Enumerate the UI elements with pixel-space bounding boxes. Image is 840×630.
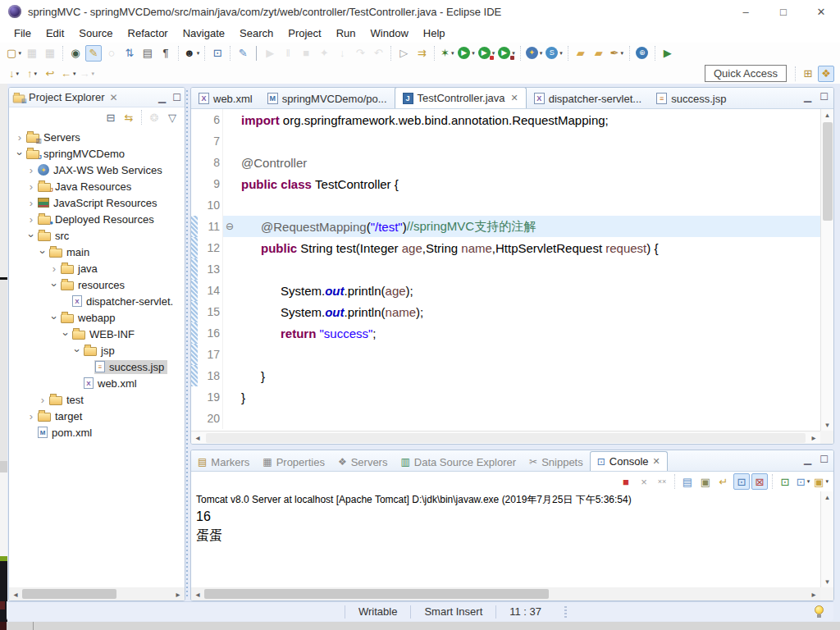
step-over-button[interactable]: ↷ — [352, 45, 368, 62]
word-wrap-button[interactable]: ↵ — [715, 473, 732, 490]
lightbulb-icon[interactable] — [815, 605, 824, 618]
new-button[interactable]: ▢▾ — [6, 45, 22, 62]
coverage-button[interactable]: ▶▾ — [477, 45, 496, 62]
code-line-15[interactable]: 15System.out.println(name); — [191, 301, 820, 322]
show-stdout-button[interactable]: ⊡ — [733, 473, 750, 490]
view-tab-data-source-explorer[interactable]: ▥Data Source Explorer — [394, 453, 523, 471]
customize-view-button[interactable]: ❂ — [146, 109, 162, 126]
editor-minimize-icon[interactable]: ▁ — [804, 91, 811, 103]
editor-vscrollbar[interactable]: ▴ ▾ — [820, 109, 833, 431]
menu-project[interactable]: Project — [281, 25, 328, 41]
expand-arrow-icon[interactable]: › — [25, 180, 37, 193]
explorer-editor-sash[interactable] — [186, 90, 188, 599]
console-maximize-icon[interactable]: ☐ — [819, 454, 829, 465]
code-line-12[interactable]: 12public String test(Integer age,String … — [191, 237, 820, 258]
tree-item-success-jsp[interactable]: ≡success.jsp — [9, 358, 185, 375]
link-with-editor-button[interactable]: ⇆ — [121, 109, 137, 126]
menu-navigate[interactable]: Navigate — [176, 25, 232, 41]
open-perspective-button[interactable]: ⊞ — [800, 66, 816, 82]
scroll-thumb[interactable] — [22, 589, 116, 599]
view-tab-properties[interactable]: ▦Properties — [256, 453, 331, 471]
expand-arrow-icon[interactable]: › — [25, 164, 37, 176]
view-tab-servers[interactable]: ❖Servers — [331, 453, 395, 471]
editor-tab-success-jsp[interactable]: ≡success.jsp — [649, 89, 733, 108]
menu-source[interactable]: Source — [71, 25, 120, 41]
collapse-arrow-icon[interactable]: › — [71, 345, 84, 356]
scroll-up-icon[interactable]: ▴ — [825, 109, 829, 121]
code-line-20[interactable]: 20 — [191, 408, 820, 429]
scroll-down-icon[interactable]: ▾ — [825, 419, 829, 431]
menu-refactor[interactable]: Refactor — [121, 25, 176, 41]
collapse-arrow-icon[interactable]: › — [14, 148, 26, 159]
tree-item-jax-ws-web-services[interactable]: ›✦JAX-WS Web Services — [9, 162, 185, 178]
expand-arrow-icon[interactable]: › — [25, 213, 37, 226]
tree-item-servers[interactable]: ›▥Servers — [9, 129, 185, 145]
maximize-button[interactable]: □ — [765, 0, 802, 23]
mark-occurrences-button[interactable]: ✎ — [85, 45, 102, 62]
collapse-arrow-icon[interactable]: › — [48, 279, 61, 290]
scroll-right-icon[interactable]: ▸ — [171, 590, 185, 599]
save-all-button[interactable]: ▦ — [42, 45, 58, 62]
fold-collapse-icon[interactable]: ⊖ — [222, 216, 236, 237]
editor-hscrollbar[interactable]: ◂ ▸ — [191, 431, 820, 444]
profile-button[interactable]: ▶▾ — [497, 45, 516, 62]
close-button[interactable]: ✕ — [802, 0, 840, 23]
run-last-tool-button[interactable]: ▷ — [395, 45, 412, 62]
tree-item-java-resources[interactable]: ›JJava Resources — [9, 178, 185, 194]
step-return-button[interactable]: ↶ — [370, 45, 386, 62]
editor-tab-springmvcdemo-po[interactable]: MspringMVCDemo/po... — [260, 89, 395, 108]
tree-item-pom-xml[interactable]: Mpom.xml — [9, 424, 185, 441]
new-web-wizard-button[interactable]: ✦▾ — [525, 45, 544, 62]
spring-wizard-button[interactable]: S▾ — [545, 45, 564, 62]
menu-file[interactable]: File — [7, 25, 39, 41]
step-into-button[interactable]: ↓ — [334, 45, 350, 62]
save-button[interactable]: ▦ — [24, 45, 40, 62]
collapse-arrow-icon[interactable]: › — [60, 328, 72, 340]
open-console-button[interactable]: ▣▾ — [813, 473, 829, 490]
pen-wizard-button[interactable]: ✒▾ — [609, 45, 625, 62]
expand-arrow-icon[interactable]: › — [14, 131, 25, 144]
tab-close-icon[interactable]: ✕ — [511, 93, 518, 103]
terminal-button[interactable]: ⊡ — [209, 45, 226, 62]
scroll-up-icon[interactable]: ▴ — [825, 491, 829, 503]
pin-console-button[interactable]: ⊡ — [777, 473, 793, 490]
web-service-explorer-button[interactable]: ▶ — [660, 45, 676, 62]
menu-window[interactable]: Window — [363, 25, 416, 41]
remove-launch-button[interactable]: × — [636, 473, 652, 490]
code-line-19[interactable]: 19} — [191, 386, 820, 408]
menu-edit[interactable]: Edit — [39, 25, 71, 41]
build-all-button[interactable]: ⇅ — [121, 45, 138, 62]
show-stderr-button[interactable]: ⊠ — [751, 473, 768, 490]
back-button[interactable]: ←▾ — [60, 66, 77, 82]
view-tab-snippets[interactable]: ✂Snippets — [523, 453, 590, 471]
project-explorer-hscrollbar[interactable]: ◂ ▸ — [9, 587, 185, 600]
export-button[interactable]: ▰ — [591, 45, 607, 62]
open-task-icon[interactable]: ◌ — [103, 45, 120, 62]
scroll-down-icon[interactable]: ▾ — [825, 576, 829, 587]
remove-all-launches-button[interactable]: ×× — [654, 473, 670, 490]
show-whitespace-button[interactable]: ¶ — [158, 45, 174, 62]
code-line-13[interactable]: 13 — [191, 258, 820, 280]
expand-arrow-icon[interactable]: › — [25, 197, 37, 209]
tab-close-icon[interactable]: ✕ — [653, 456, 660, 467]
code-line-10[interactable]: 10 — [191, 194, 820, 216]
expand-arrow-icon[interactable]: › — [48, 262, 60, 275]
project-explorer-close-icon[interactable]: ✕ — [109, 92, 117, 103]
code-line-18[interactable]: 18} — [191, 365, 820, 386]
code-line-6[interactable]: 6import org.springframework.web.bind.ann… — [191, 109, 820, 130]
console-hscrollbar[interactable]: ◂ ▸ — [191, 587, 820, 600]
collapse-all-button[interactable]: ⊟ — [103, 109, 119, 126]
show-elements-button[interactable]: ▤ — [139, 45, 156, 62]
step-filters-button[interactable]: ✦ — [316, 45, 332, 62]
console-output[interactable]: Tomcat v8.0 Server at localhost [Apache … — [191, 491, 820, 587]
tree-item-javascript-resources[interactable]: ›JavaScript Resources — [9, 194, 185, 211]
editor-tab-web-xml[interactable]: Xweb.xml — [191, 89, 260, 108]
suspend-button[interactable]: ‖ — [280, 45, 296, 62]
scroll-thumb[interactable] — [204, 589, 549, 599]
tree-item-main[interactable]: ›main — [9, 244, 185, 260]
clear-console-button[interactable]: ▤ — [679, 473, 696, 490]
collapse-arrow-icon[interactable]: › — [37, 246, 49, 258]
code-line-14[interactable]: 14System.out.println(age); — [191, 280, 820, 301]
scroll-lock-button[interactable]: ▣ — [697, 473, 714, 490]
tree-item-test[interactable]: ›test — [9, 391, 185, 408]
